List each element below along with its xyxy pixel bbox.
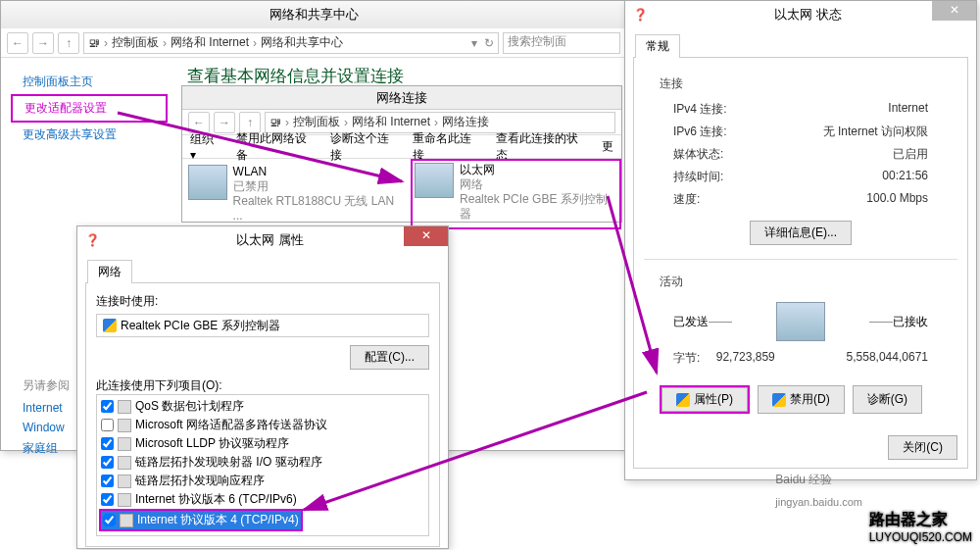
protocol-item[interactable]: Microsoft LLDP 协议驱动程序 xyxy=(99,434,426,453)
adapter-icon xyxy=(188,165,227,200)
protocol-icon xyxy=(118,400,131,414)
protocol-icon xyxy=(118,456,131,470)
titlebar: 网络和共享中心 xyxy=(1,1,626,28)
fwd-button[interactable]: → xyxy=(214,112,235,133)
back-button[interactable]: ← xyxy=(7,32,28,54)
close-button[interactable]: ✕ xyxy=(404,226,448,246)
checkbox[interactable] xyxy=(101,493,114,506)
tb-more[interactable]: 更 xyxy=(602,138,613,155)
network-connections-window: 网络连接 ← → ↑ 🖳› 控制面板› 网络和 Internet› 网络连接 组… xyxy=(181,85,622,223)
shield-icon xyxy=(103,319,117,332)
connect-using-label: 连接时使用: xyxy=(96,293,429,310)
protocol-item[interactable]: 链路层拓扑发现映射器 I/O 驱动程序 xyxy=(99,453,426,472)
shield-icon xyxy=(772,393,786,407)
breadcrumb[interactable]: 🖳› 控制面板› 网络和 Internet› 网络和共享中心 ▾ ↻ xyxy=(83,32,499,54)
checkbox[interactable] xyxy=(101,419,114,431)
search-input[interactable]: 搜索控制面 xyxy=(503,32,620,54)
checkbox[interactable] xyxy=(101,456,114,469)
close-button[interactable]: 关闭(C) xyxy=(888,435,957,460)
status-row: 速度:100.0 Mbps xyxy=(660,188,942,211)
titlebar: ❓ 以太网 状态 ✕ xyxy=(625,1,976,28)
fwd-button[interactable]: → xyxy=(32,32,54,54)
protocol-item[interactable]: 链路层拓扑发现响应程序 xyxy=(99,472,426,490)
up-button[interactable]: ↑ xyxy=(58,32,79,54)
back-button[interactable]: ← xyxy=(188,112,210,133)
adapter-name-box: Realtek PCIe GBE 系列控制器 xyxy=(96,314,429,337)
watermark-baidu: Baidu 经验jingyan.baidu.com xyxy=(775,466,862,511)
activity-icon xyxy=(776,302,825,341)
protocol-icon xyxy=(118,475,131,488)
items-list[interactable]: QoS 数据包计划程序Microsoft 网络适配器多路传送器协议Microso… xyxy=(96,394,429,536)
sidebar-home[interactable]: 控制面板主页 xyxy=(11,70,168,94)
details-button[interactable]: 详细信息(E)... xyxy=(750,221,852,245)
checkbox[interactable] xyxy=(101,475,114,487)
close-button[interactable]: ✕ xyxy=(932,1,976,21)
status-row: IPv4 连接:Internet xyxy=(660,98,942,121)
titlebar: ❓ 以太网 属性 ✕ xyxy=(77,226,448,254)
disable-button[interactable]: 禁用(D) xyxy=(758,385,845,414)
properties-button[interactable]: 属性(P) xyxy=(662,387,748,412)
tab-content: 连接 IPv4 连接:InternetIPv6 连接:无 Internet 访问… xyxy=(633,57,968,469)
ethernet-properties-dialog: ❓ 以太网 属性 ✕ 网络 连接时使用: Realtek PCIe GBE 系列… xyxy=(76,225,449,549)
adapter-wlan[interactable]: WLAN 已禁用 Realtek RTL8188CU 无线 LAN ... xyxy=(182,159,411,229)
ethernet-status-dialog: ❓ 以太网 状态 ✕ 常规 连接 IPv4 连接:InternetIPv6 连接… xyxy=(624,0,977,480)
tab-content: 连接时使用: Realtek PCIe GBE 系列控制器 配置(C)... 此… xyxy=(85,282,440,547)
toolbar: 组织 ▾ 禁用此网络设备 诊断这个连接 重命名此连接 查看此连接的状态 更 xyxy=(182,135,621,159)
adapter-icon xyxy=(415,163,454,198)
sidebar-adv-sharing[interactable]: 更改高级共享设置 xyxy=(11,123,168,147)
protocol-item[interactable]: Microsoft 网络适配器多路传送器协议 xyxy=(99,416,426,434)
window-title: 网络和共享中心 xyxy=(9,6,618,24)
sidebar-adapter-settings[interactable]: 更改适配器设置 xyxy=(11,94,168,123)
checkbox[interactable] xyxy=(103,514,116,526)
checkbox[interactable] xyxy=(101,437,114,450)
configure-button[interactable]: 配置(C)... xyxy=(350,345,429,370)
status-row: 媒体状态:已启用 xyxy=(660,143,942,166)
diagnose-button[interactable]: 诊断(G) xyxy=(853,385,922,414)
status-row: 持续时间:00:21:56 xyxy=(660,166,942,188)
dialog-title: 以太网 状态 xyxy=(648,6,968,24)
watermark-site: 路由器之家LUYOUQI520.COM xyxy=(869,510,972,544)
protocol-item[interactable]: Internet 协议版本 4 (TCP/IPv4) xyxy=(101,511,301,529)
protocol-icon xyxy=(118,437,131,451)
checkbox[interactable] xyxy=(101,400,114,413)
page-heading: 查看基本网络信息并设置连接 xyxy=(187,65,404,87)
protocol-item[interactable]: QoS 数据包计划程序 xyxy=(99,397,426,416)
shield-icon xyxy=(676,393,690,407)
protocol-icon xyxy=(118,493,131,507)
protocol-item[interactable]: Internet 协议版本 6 (TCP/IPv6) xyxy=(99,490,426,509)
inner-title: 网络连接 xyxy=(182,86,621,110)
address-bar: ← → ↑ 🖳› 控制面板› 网络和 Internet› 网络和共享中心 ▾ ↻… xyxy=(1,28,626,58)
status-row: IPv6 连接:无 Internet 访问权限 xyxy=(660,121,942,143)
protocol-icon xyxy=(118,419,131,432)
protocol-icon xyxy=(120,514,133,527)
dialog-title: 以太网 属性 xyxy=(100,231,440,249)
adapter-ethernet[interactable]: 以太网 网络 Realtek PCIe GBE 系列控制器 xyxy=(411,159,621,229)
tb-organize[interactable]: 组织 ▾ xyxy=(190,131,222,162)
tab-general[interactable]: 常规 xyxy=(635,34,680,58)
tab-network[interactable]: 网络 xyxy=(87,260,132,283)
sidebar: 控制面板主页 更改适配器设置 更改高级共享设置 xyxy=(11,70,168,147)
items-label: 此连接使用下列项目(O): xyxy=(96,377,429,394)
